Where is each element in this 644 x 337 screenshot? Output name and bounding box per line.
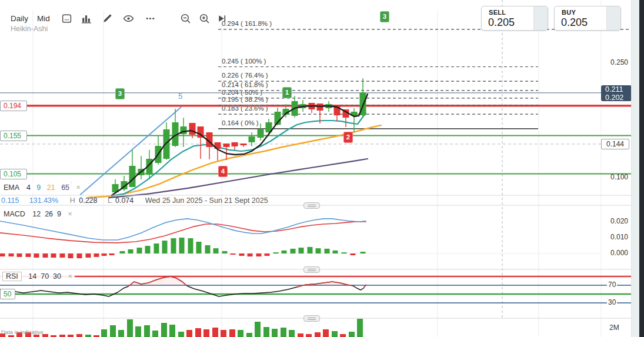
macd-histogram-bar <box>137 248 142 253</box>
volume-bar <box>85 335 91 337</box>
current-price-badge: 0.2110.202 <box>601 85 632 101</box>
axis-rsi-tick: 30 <box>607 298 617 306</box>
go-to-end-icon[interactable] <box>216 13 228 24</box>
rsi-params: 14 70 30 <box>28 272 61 281</box>
ema-label: EMA <box>4 183 19 192</box>
volume-bar <box>349 332 355 337</box>
chart-canvas <box>0 0 644 337</box>
more-icon[interactable] <box>145 13 156 24</box>
macd-histogram-bar <box>128 249 134 253</box>
buy-button-strip <box>606 6 620 30</box>
chart-type-icon[interactable] <box>81 13 92 24</box>
macd-histogram-bar <box>273 252 279 253</box>
badge-price-1: 0.211 <box>601 85 632 94</box>
volume-bar <box>298 333 303 337</box>
panel-resize-handle[interactable] <box>303 266 320 273</box>
macd-indicator-row: MACD 12 26 9 × <box>1 209 75 219</box>
macd-fast-line <box>0 219 366 240</box>
zoom-in-icon[interactable] <box>199 13 210 24</box>
axis-volume-tick: 2M <box>608 323 620 332</box>
fib-level-label: 0.204 ( 50% ) <box>222 89 262 96</box>
badge-price-2: 0.202 <box>601 94 632 101</box>
volume-bar <box>255 322 261 337</box>
sell-button[interactable]: SELL 0.205 <box>481 6 548 31</box>
macd-histogram-bar <box>51 253 56 258</box>
rsi-overbought-fill <box>128 276 187 286</box>
macd-histogram-bar <box>351 253 356 255</box>
candle-body <box>258 129 264 138</box>
volume-bar <box>178 332 184 337</box>
macd-params: 12 26 9 <box>32 210 61 218</box>
ema-indicator-row: EMA 4 9 21 65 × <box>1 183 83 192</box>
wave-label-text[interactable]: 5 <box>178 92 182 101</box>
macd-histogram-bar <box>256 253 262 256</box>
wave-label-badge[interactable]: 4 <box>218 166 228 177</box>
macd-histogram-bar <box>342 252 347 253</box>
macd-histogram-bar <box>282 251 287 253</box>
eye-icon[interactable] <box>123 13 134 24</box>
macd-histogram-bar <box>77 253 82 258</box>
volume-bar <box>332 331 338 337</box>
macd-histogram-bar <box>60 253 65 258</box>
macd-histogram-bar <box>26 253 31 257</box>
macd-histogram-bar <box>325 249 330 253</box>
timeframe-selector[interactable]: Daily <box>11 14 28 23</box>
volume-bar <box>263 327 269 337</box>
volume-bar <box>203 329 209 337</box>
volume-bar <box>161 323 167 337</box>
macd-histogram-bar <box>179 238 185 253</box>
fib-level-label: 0.183 ( 23.6% ) <box>222 105 268 112</box>
macd-close-icon[interactable]: × <box>68 210 72 218</box>
panel-resize-handle[interactable] <box>303 202 320 209</box>
wave-label-badge[interactable]: 2 <box>343 132 353 143</box>
wave-label-badge[interactable]: 3 <box>380 11 389 22</box>
macd-histogram-bar <box>43 253 48 258</box>
rsi-indicator-row: RSI 14 70 30 × <box>0 271 75 282</box>
fib-level-label: 0.164 ( 0% ) <box>222 119 259 126</box>
wave-label-badge[interactable]: 3 <box>115 88 125 99</box>
panel-resize-handle[interactable] <box>303 315 320 322</box>
volume-bar <box>357 319 363 337</box>
volume-bar <box>144 325 150 337</box>
buy-button[interactable]: BUY 0.205 <box>554 6 621 31</box>
macd-histogram-bar <box>333 251 338 253</box>
data-indicative-note: Data is indicative <box>1 329 44 335</box>
macd-histogram-bar <box>68 253 74 258</box>
macd-histogram-bar <box>205 245 211 253</box>
macd-histogram-bar <box>120 251 125 253</box>
candle-body <box>189 123 196 135</box>
candle-body <box>241 144 247 145</box>
price-alert-label: 0.155 <box>0 131 27 141</box>
scrollbar-track[interactable] <box>631 0 640 337</box>
candle-body <box>232 142 238 146</box>
volume-bar <box>229 329 235 337</box>
zoom-out-icon[interactable] <box>180 13 191 24</box>
candle-body <box>163 129 170 159</box>
volume-bar <box>186 330 192 337</box>
draw-icon[interactable] <box>102 13 113 24</box>
macd-histogram-bar <box>102 253 107 256</box>
price-mode-selector[interactable]: Mid <box>37 14 50 23</box>
candle-body <box>249 136 255 142</box>
ema-param: 4 <box>26 183 31 192</box>
buy-price: 0.205 <box>561 16 588 29</box>
volume-bar <box>281 328 286 337</box>
period-grid-icon[interactable] <box>61 13 72 24</box>
macd-histogram-bar <box>316 248 321 253</box>
volume-bar <box>272 329 278 337</box>
ema-param: 65 <box>61 183 69 192</box>
volume-bar <box>68 335 74 337</box>
volume-bar <box>101 329 107 337</box>
volume-bar <box>315 332 321 337</box>
macd-histogram-bar <box>188 238 193 253</box>
wave-label-badge[interactable]: 1 <box>282 87 292 98</box>
ema-close-icon[interactable]: × <box>76 183 81 192</box>
fib-level-label: 0.226 ( 76.4% ) <box>222 72 268 79</box>
volume-bar <box>221 330 226 337</box>
rsi-close-icon[interactable]: × <box>68 272 72 281</box>
macd-histogram-bar <box>231 253 236 255</box>
macd-histogram-bar <box>299 248 304 253</box>
macd-histogram-bar <box>265 253 270 256</box>
candle-body <box>223 144 230 147</box>
volume-bar <box>306 334 312 337</box>
